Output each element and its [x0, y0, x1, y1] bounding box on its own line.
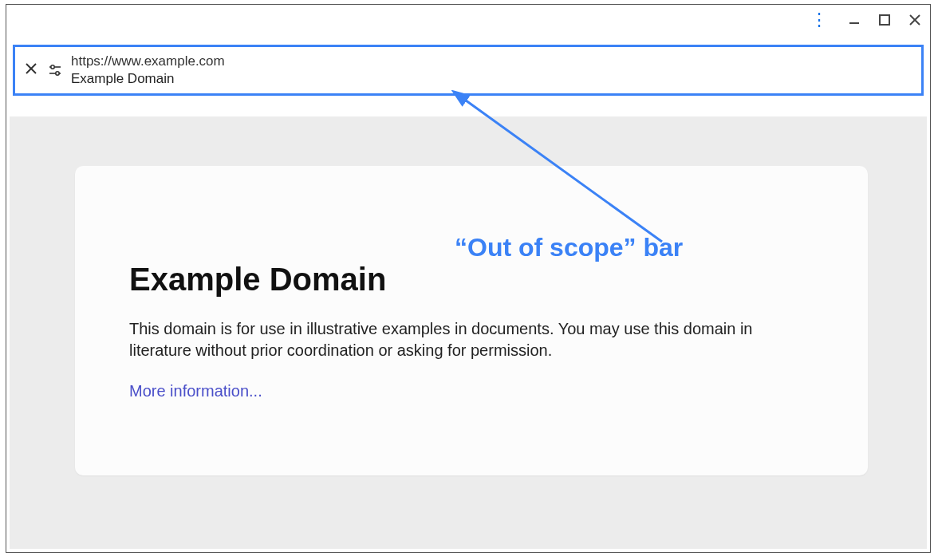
more-information-link[interactable]: More information...: [129, 382, 262, 400]
scope-url: https://www.example.com: [71, 53, 225, 70]
scope-title: Example Domain: [71, 70, 225, 88]
window-controls: ⋮: [806, 11, 922, 29]
scope-text: https://www.example.com Example Domain: [71, 53, 225, 88]
settings-sliders-icon[interactable]: [44, 62, 66, 78]
svg-point-9: [56, 72, 59, 75]
close-window-button[interactable]: [908, 13, 922, 27]
close-icon[interactable]: [22, 63, 41, 77]
page-viewport: Example Domain This domain is for use in…: [10, 116, 927, 549]
page-body-text: This domain is for use in illustrative e…: [129, 318, 783, 361]
maximize-button[interactable]: [877, 13, 892, 27]
menu-dots-icon[interactable]: ⋮: [806, 11, 831, 29]
out-of-scope-bar: https://www.example.com Example Domain: [13, 45, 924, 96]
browser-window: ⋮ https://www.example.com Example Domain: [6, 4, 931, 553]
minimize-button[interactable]: [847, 13, 861, 27]
page-heading: Example Domain: [129, 262, 814, 298]
content-card: Example Domain This domain is for use in…: [75, 166, 868, 475]
svg-rect-1: [880, 15, 889, 25]
svg-point-7: [51, 65, 54, 69]
